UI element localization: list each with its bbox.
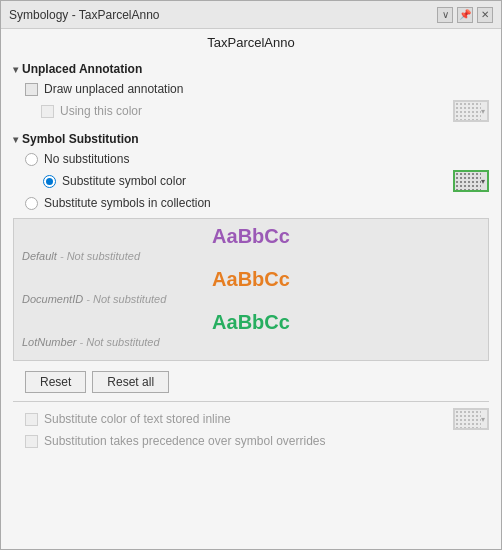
substitute-color-inline-row: Substitute color of text stored inline ▾ xyxy=(13,406,489,432)
draw-unplaced-checkbox[interactable] xyxy=(25,83,38,96)
substitution-precedence-label: Substitution takes precedence over symbo… xyxy=(44,434,325,448)
no-substitutions-label: No substitutions xyxy=(44,152,129,166)
preview-label-lotnumber: LotNumber - Not substituted xyxy=(22,336,480,348)
inline-color-picker-arrow-icon: ▾ xyxy=(481,415,485,424)
reset-button[interactable]: Reset xyxy=(25,371,86,393)
using-color-label: Using this color xyxy=(60,104,142,118)
substitute-symbol-color-inner: Substitute symbol color xyxy=(25,174,186,188)
color-picker-arrow-icon: ▾ xyxy=(481,107,485,116)
unplaced-annotation-section-header: ▾ Unplaced Annotation xyxy=(13,62,489,76)
draw-unplaced-label: Draw unplaced annotation xyxy=(44,82,183,96)
preview-item-default: AaBbCc Default - Not substituted xyxy=(22,225,480,262)
close-button[interactable]: ✕ xyxy=(477,7,493,23)
content-area: ▾ Unplaced Annotation Draw unplaced anno… xyxy=(1,54,501,549)
pin-button[interactable]: 📌 xyxy=(457,7,473,23)
using-color-row: Using this color ▾ xyxy=(13,98,489,124)
preview-field-documentid: DocumentID xyxy=(22,293,83,305)
title-bar: Symbology - TaxParcelAnno ∨ 📌 ✕ xyxy=(1,1,501,29)
preview-status-default: Not substituted xyxy=(67,250,140,262)
unplaced-arrow-icon: ▾ xyxy=(13,64,18,75)
layer-name: TaxParcelAnno xyxy=(1,29,501,54)
no-substitutions-row: No substitutions xyxy=(13,150,489,168)
preview-sample-default: AaBbCc xyxy=(22,225,480,248)
minimize-button[interactable]: ∨ xyxy=(437,7,453,23)
inline-color-dot-pattern xyxy=(455,410,481,428)
using-color-picker[interactable]: ▾ xyxy=(453,100,489,122)
draw-unplaced-row: Draw unplaced annotation xyxy=(13,80,489,98)
inline-color-picker[interactable]: ▾ xyxy=(453,408,489,430)
preview-field-lotnumber: LotNumber xyxy=(22,336,76,348)
preview-label-default: Default - Not substituted xyxy=(22,250,480,262)
window-title: Symbology - TaxParcelAnno xyxy=(9,8,160,22)
preview-item-lotnumber: AaBbCc LotNumber - Not substituted xyxy=(22,311,480,348)
substitute-symbols-collection-radio[interactable] xyxy=(25,197,38,210)
preview-status-documentid: Not substituted xyxy=(93,293,166,305)
preview-box: AaBbCc Default - Not substituted AaBbCc … xyxy=(13,218,489,361)
symbology-window: Symbology - TaxParcelAnno ∨ 📌 ✕ TaxParce… xyxy=(0,0,502,550)
button-row: Reset Reset all xyxy=(13,367,489,397)
substitute-color-inline-checkbox[interactable] xyxy=(25,413,38,426)
substitute-symbols-collection-label: Substitute symbols in collection xyxy=(44,196,211,210)
substitution-arrow-icon: ▾ xyxy=(13,134,18,145)
color-dot-pattern xyxy=(455,102,481,120)
divider xyxy=(13,401,489,402)
using-color-checkbox[interactable] xyxy=(41,105,54,118)
preview-label-documentid: DocumentID - Not substituted xyxy=(22,293,480,305)
substitute-color-picker[interactable]: ▾ xyxy=(453,170,489,192)
preview-item-documentid: AaBbCc DocumentID - Not substituted xyxy=(22,268,480,305)
substitute-color-picker-arrow-icon: ▾ xyxy=(481,177,485,186)
substitution-precedence-checkbox[interactable] xyxy=(25,435,38,448)
reset-all-button[interactable]: Reset all xyxy=(92,371,169,393)
substitute-symbol-color-radio[interactable] xyxy=(43,175,56,188)
preview-field-default: Default xyxy=(22,250,57,262)
substitution-precedence-row: Substitution takes precedence over symbo… xyxy=(13,432,489,450)
no-substitutions-radio[interactable] xyxy=(25,153,38,166)
substitute-symbols-collection-row: Substitute symbols in collection xyxy=(13,194,489,212)
substitute-color-inline-label: Substitute color of text stored inline xyxy=(44,412,231,426)
preview-sample-lotnumber: AaBbCc xyxy=(22,311,480,334)
substitute-symbol-color-label: Substitute symbol color xyxy=(62,174,186,188)
window-controls: ∨ 📌 ✕ xyxy=(437,7,493,23)
bottom-options: Substitute color of text stored inline ▾… xyxy=(13,406,489,450)
substitute-symbol-color-row: Substitute symbol color ▾ xyxy=(13,168,489,194)
symbol-substitution-label: Symbol Substitution xyxy=(22,132,139,146)
symbol-substitution-section-header: ▾ Symbol Substitution xyxy=(13,132,489,146)
preview-sample-documentid: AaBbCc xyxy=(22,268,480,291)
substitute-color-dot-pattern xyxy=(455,172,481,190)
unplaced-annotation-label: Unplaced Annotation xyxy=(22,62,142,76)
preview-status-lotnumber: Not substituted xyxy=(86,336,159,348)
